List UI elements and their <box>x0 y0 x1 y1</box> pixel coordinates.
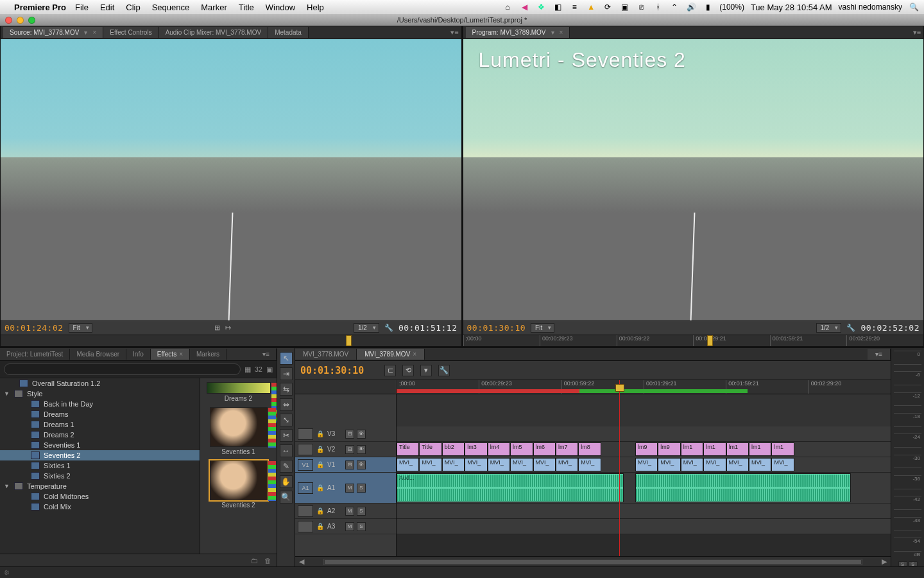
battery-icon[interactable]: ▮ <box>703 2 713 12</box>
program-viewer[interactable]: Lumetri - Seventies 2 <box>463 39 924 320</box>
panel-menu-icon[interactable]: ▾≡ <box>256 349 277 360</box>
video-clip[interactable]: MVI_ <box>510 458 533 471</box>
menu-file[interactable]: File <box>75 3 89 12</box>
video-clip[interactable]: MVI_ <box>488 458 510 471</box>
program-fit-dropdown[interactable]: Fit <box>531 323 554 333</box>
panel-tab-info[interactable]: Info <box>126 349 151 360</box>
effects-search-input[interactable] <box>4 363 241 375</box>
close-icon[interactable]: × <box>92 29 96 36</box>
video-clip[interactable]: MVI_ <box>397 458 419 471</box>
title-clip[interactable]: lm6 <box>533 442 556 456</box>
effects-preset[interactable]: Dreams 1 <box>0 419 200 430</box>
snap-icon[interactable]: ⊏ <box>384 365 396 376</box>
wrench-icon[interactable]: 🔧 <box>384 324 393 332</box>
settings-icon[interactable]: 🔧 <box>438 365 450 376</box>
close-icon[interactable]: × <box>560 29 563 36</box>
timeline-timecode[interactable]: 00:01:30:10 <box>300 365 364 376</box>
timeline-tracks[interactable]: ;00:0000:00:29:2300:00:59:2200:01:29:210… <box>397 380 891 556</box>
track-header-v3[interactable]: 🔒V3⊟👁 <box>295 426 396 442</box>
lock-icon[interactable]: 🔒 <box>316 484 325 491</box>
title-clip[interactable]: lm8 <box>578 442 601 456</box>
program-ruler[interactable]: ;00:0000:00:29:2300:00:59:2200:01:29:210… <box>463 335 924 346</box>
video-clip[interactable]: MVI_ <box>749 458 771 471</box>
filter-32-icon[interactable]: 32 <box>255 365 262 373</box>
linked-selection-icon[interactable]: ⟲ <box>402 365 414 376</box>
disclosure-arrow-icon[interactable]: ▼ <box>4 390 10 397</box>
marker-icon[interactable]: ▾ <box>420 365 432 376</box>
video-clip[interactable]: MVI_ <box>658 458 680 471</box>
audio-mixer-tab[interactable]: Audio Clip Mixer: MVI_3778.MOV <box>159 27 269 38</box>
close-icon[interactable]: × <box>413 351 416 358</box>
menu-window[interactable]: Window <box>266 3 295 12</box>
lock-icon[interactable]: 🔒 <box>316 461 325 468</box>
timeline-playhead[interactable] <box>619 380 620 556</box>
program-out-timecode[interactable]: 00:02:52:02 <box>860 323 920 333</box>
mute-toggle[interactable]: M <box>345 522 354 531</box>
filter-accel-icon[interactable]: ▦ <box>244 365 251 374</box>
menubar-extra-icon[interactable]: ≡ <box>569 2 579 12</box>
video-clip[interactable]: MVI_ <box>578 458 601 471</box>
delete-icon[interactable]: 🗑 <box>264 557 271 565</box>
source-tab[interactable]: Source: MVI_3778.MOV▾× <box>3 27 103 38</box>
title-clip[interactable]: lm1 <box>726 442 749 456</box>
solo-left[interactable]: S <box>898 561 907 566</box>
selection-tool[interactable]: ↖ <box>280 352 293 365</box>
audio-clip[interactable] <box>635 473 851 502</box>
effects-preset[interactable]: Seventies 2 <box>0 450 200 460</box>
lock-icon[interactable]: 🔒 <box>316 523 325 530</box>
track-header-v1[interactable]: V1🔒V1⊟👁 <box>295 457 396 473</box>
new-bin-icon[interactable]: 🗀 <box>251 557 258 565</box>
effects-preset[interactable]: Dreams 2 <box>0 430 200 440</box>
video-clip[interactable]: MVI_ <box>726 458 749 471</box>
audio-clip[interactable]: Aud... <box>397 473 624 502</box>
lock-icon[interactable]: 🔒 <box>316 446 325 453</box>
clock[interactable]: Tue May 28 10:54 AM <box>751 3 832 12</box>
preset-preview[interactable]: Seventies 1 <box>205 407 272 455</box>
menu-edit[interactable]: Edit <box>100 3 114 12</box>
title-clip[interactable]: lm9 <box>635 442 658 456</box>
mute-toggle[interactable]: M <box>345 484 354 493</box>
window-controls[interactable] <box>5 17 35 24</box>
scroll-right-icon[interactable]: ▶ <box>878 557 891 566</box>
program-res-dropdown[interactable]: 1/2 <box>816 323 842 333</box>
effects-preset[interactable]: Seventies 1 <box>0 440 200 450</box>
rolling-tool[interactable]: ⇔ <box>280 398 293 411</box>
video-clip[interactable]: MVI_ <box>681 458 703 471</box>
timeline-zoom-scrollbar[interactable]: ◀ ▶ <box>295 556 891 566</box>
panel-menu-icon[interactable]: ▾≡ <box>868 349 891 360</box>
dropbox-icon[interactable]: ▣ <box>619 2 629 12</box>
preset-preview[interactable]: Seventies 2 <box>205 460 272 509</box>
panel-tab-effects[interactable]: Effects× <box>151 349 190 360</box>
effects-preset[interactable]: Cold Mix <box>0 502 200 512</box>
title-clip[interactable]: lm1 <box>749 442 771 456</box>
panel-tab-media-browser[interactable]: Media Browser <box>70 349 126 360</box>
panel-tab-markers[interactable]: Markers <box>190 349 227 360</box>
solo-toggle[interactable]: S <box>357 522 366 531</box>
solo-toggle[interactable]: S <box>357 484 366 493</box>
pen-tool[interactable]: ✎ <box>280 460 293 473</box>
solo-toggle[interactable]: S <box>357 507 366 516</box>
rate-stretch-tool[interactable]: ⤡ <box>280 414 293 426</box>
mute-toggle[interactable]: M <box>345 507 354 516</box>
panel-tab-project[interactable]: Project: LumetriTest <box>0 349 70 360</box>
source-res-dropdown[interactable]: 1/2 <box>354 323 379 333</box>
output-toggle[interactable]: ⊟ <box>345 430 354 439</box>
video-clip[interactable]: MVI_ <box>771 458 794 471</box>
ripple-tool[interactable]: ⇆ <box>280 383 293 396</box>
effects-tree[interactable]: Overall Saturation 1.2▼StyleBack in the … <box>0 378 200 554</box>
slip-tool[interactable]: ↔ <box>280 444 293 457</box>
insert-icon[interactable]: ↦ <box>225 324 231 332</box>
effects-folder[interactable]: ▼Style <box>0 389 200 399</box>
settings-icon[interactable]: ⊞ <box>214 324 220 332</box>
title-clip[interactable]: lm4 <box>488 442 510 456</box>
filter-yuv-icon[interactable]: ▣ <box>266 365 273 374</box>
effects-preset[interactable]: Sixties 2 <box>0 471 200 481</box>
sync-icon[interactable]: ⟳ <box>603 2 613 12</box>
menu-sequence[interactable]: Sequence <box>152 3 190 12</box>
eye-icon[interactable]: 👁 <box>357 445 366 454</box>
alert-icon[interactable]: ▲ <box>586 2 596 12</box>
menubar-extra-icon[interactable]: ❖ <box>536 2 546 12</box>
menu-help[interactable]: Help <box>307 3 324 12</box>
title-clip[interactable]: lm9 <box>658 442 680 456</box>
panel-menu-icon[interactable]: ▾≡ <box>449 28 461 37</box>
